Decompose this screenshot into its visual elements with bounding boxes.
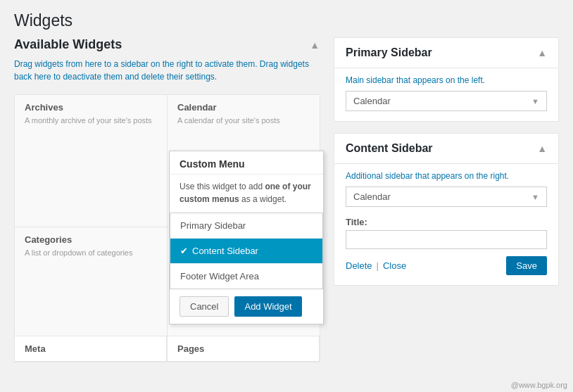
primary-sidebar-desc: Main sidebar that appears on the left. [334, 68, 558, 91]
available-widgets-collapse-icon[interactable]: ▲ [310, 39, 320, 51]
page-title: Widgets [0, 0, 573, 37]
sidebars-panel: Primary Sidebar ▲ Main sidebar that appe… [334, 37, 559, 373]
title-field-label: Title: [334, 217, 558, 230]
custom-menu-popup-desc: Use this widget to add one of your custo… [170, 175, 323, 213]
available-widgets-desc: Drag widgets from here to a sidebar on t… [14, 58, 320, 83]
widget-item-archives[interactable]: Archives A monthly archive of your site'… [14, 94, 168, 227]
widget-item-pages[interactable]: Pages [167, 336, 320, 362]
chevron-down-icon: ▼ [531, 97, 539, 106]
checkmark-icon: ✔ [180, 246, 188, 256]
available-widgets-title: Available Widgets [14, 37, 122, 52]
save-button[interactable]: Save [506, 256, 547, 275]
cancel-button[interactable]: Cancel [180, 296, 229, 317]
widget-archives-name: Archives [25, 102, 157, 113]
title-input[interactable] [346, 230, 547, 249]
content-sidebar-select-wrap: Calendar ▼ [334, 186, 558, 217]
available-widgets-header: Available Widgets ▲ [14, 37, 320, 52]
widgets-grid: Archives A monthly archive of your site'… [14, 94, 320, 362]
close-link[interactable]: Close [383, 260, 406, 271]
add-widget-button[interactable]: Add Widget [234, 296, 301, 317]
dropdown-option-content[interactable]: ✔Content Sidebar [170, 239, 322, 264]
custom-menu-popup: Custom Menu Use this widget to add one o… [169, 151, 324, 324]
custom-menu-popup-title: Custom Menu [170, 151, 323, 175]
widget-calendar-desc: A calendar of your site's posts [177, 115, 310, 126]
watermark: @www.bgpk.org [511, 381, 567, 389]
chevron-down-icon-2: ▼ [531, 193, 539, 201]
content-sidebar-header: Content Sidebar ▲ [334, 134, 558, 164]
popup-buttons: Cancel Add Widget [170, 289, 323, 324]
available-widgets-panel: Available Widgets ▲ Drag widgets from he… [14, 37, 320, 373]
primary-sidebar-select[interactable]: Calendar ▼ [346, 91, 547, 111]
content-sidebar-desc: Additional sidebar that appears on the r… [334, 164, 558, 186]
widget-categories-desc: A list or dropdown of categories [25, 248, 157, 258]
sidebar-dropdown: Primary Sidebar ✔Content Sidebar Footer … [170, 213, 323, 289]
sidebar-links: Delete | Close [346, 260, 406, 271]
primary-sidebar-header: Primary Sidebar ▲ [334, 38, 558, 68]
primary-sidebar-title: Primary Sidebar [346, 46, 432, 59]
content-sidebar-collapse-icon[interactable]: ▲ [537, 143, 547, 154]
content-sidebar-box: Content Sidebar ▲ Additional sidebar tha… [334, 133, 559, 286]
widget-categories-name: Categories [25, 234, 157, 245]
primary-sidebar-collapse-icon[interactable]: ▲ [537, 47, 547, 58]
primary-sidebar-select-wrap: Calendar ▼ [334, 91, 558, 121]
dropdown-option-primary[interactable]: Primary Sidebar [170, 213, 322, 239]
separator: | [377, 260, 379, 271]
content-sidebar-select-value: Calendar [353, 191, 391, 202]
content-sidebar-actions: Delete | Close Save [334, 256, 558, 285]
content-sidebar-select[interactable]: Calendar ▼ [346, 186, 547, 207]
widget-archives-desc: A monthly archive of your site's posts [25, 115, 157, 126]
primary-sidebar-select-value: Calendar [353, 96, 391, 106]
dropdown-option-footer[interactable]: Footer Widget Area [170, 264, 322, 289]
primary-sidebar-box: Primary Sidebar ▲ Main sidebar that appe… [334, 37, 559, 122]
widget-item-meta[interactable]: Meta [14, 336, 167, 362]
content-sidebar-title: Content Sidebar [346, 142, 433, 155]
widget-calendar-name: Calendar [177, 102, 310, 113]
delete-link[interactable]: Delete [346, 260, 372, 271]
bottom-widgets-row: Meta Pages [14, 336, 320, 362]
